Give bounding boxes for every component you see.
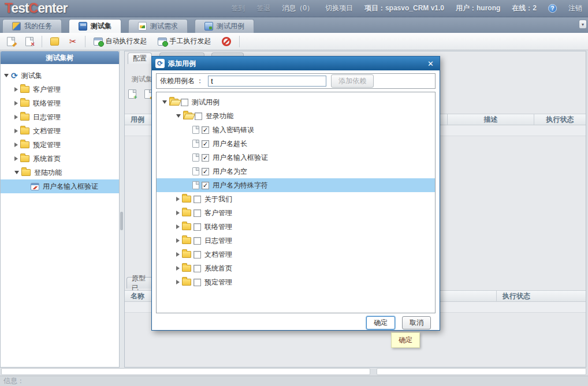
test-case-leaf-icon: [31, 183, 39, 190]
checkbox-unchecked[interactable]: [193, 209, 201, 217]
tree-folder-item[interactable]: 联络管理: [157, 220, 435, 234]
column-header-exec-status[interactable]: 执行状态: [534, 114, 586, 125]
add-icon[interactable]: ＋: [128, 89, 136, 99]
checkbox-unchecked[interactable]: [181, 99, 188, 106]
checkbox-unchecked[interactable]: [193, 196, 201, 203]
help-icon[interactable]: ?: [548, 4, 557, 13]
folder-icon: [182, 279, 191, 286]
horizontal-scrollbar[interactable]: [1, 368, 370, 375]
tree-root-test-cases[interactable]: 测试用例: [157, 95, 435, 109]
tree-folder-item[interactable]: 客户管理: [157, 206, 435, 220]
tree-folder-login[interactable]: 登录功能: [157, 109, 435, 123]
horizontal-scrollbar[interactable]: [377, 368, 586, 375]
expand-arrow-icon[interactable]: [176, 238, 180, 243]
edit-button[interactable]: ▮: [5, 36, 17, 47]
toolbar-separator: [239, 36, 240, 47]
expand-arrow-icon[interactable]: [176, 266, 180, 271]
expand-arrow-icon[interactable]: [176, 211, 180, 215]
dependency-name-input[interactable]: [208, 76, 326, 87]
column-header-description[interactable]: 描述: [447, 114, 534, 125]
checkbox-unchecked[interactable]: [193, 251, 201, 258]
tree-case-item[interactable]: ✓ 用户名输入框验证: [157, 151, 435, 164]
close-icon[interactable]: ✕: [425, 59, 436, 68]
checkbox-checked[interactable]: ✓: [202, 154, 209, 162]
checkbox-checked[interactable]: ✓: [202, 168, 209, 175]
expand-arrow-icon[interactable]: [176, 280, 180, 284]
switch-project-link[interactable]: 切换项目: [325, 3, 353, 13]
tree-item-folder[interactable]: 系统首页: [1, 152, 119, 166]
expand-arrow-icon[interactable]: [176, 252, 180, 257]
column-header-exec-status[interactable]: 执行状态: [496, 291, 586, 301]
tree-folder-item[interactable]: 系统首页: [157, 261, 435, 275]
auto-execute-button[interactable]: 自动执行发起: [91, 35, 150, 47]
expand-arrow-icon[interactable]: [14, 156, 18, 161]
expand-arrow-icon[interactable]: [14, 143, 18, 147]
messages-link[interactable]: 消息（0）: [282, 3, 314, 13]
logout-link[interactable]: 注销: [568, 3, 582, 13]
tree-item-selected-leaf[interactable]: 用户名输入框验证: [1, 179, 119, 193]
tree-item-folder-expanded[interactable]: 登陆功能: [1, 166, 119, 179]
sign-in-link[interactable]: 签到: [231, 3, 245, 13]
collapse-arrow-icon[interactable]: [176, 114, 181, 118]
manual-execute-button[interactable]: 手工执行发起: [155, 35, 214, 47]
tab-overflow-button[interactable]: ▾: [579, 20, 587, 29]
scissors-icon: ✂: [69, 37, 77, 46]
tree-item-folder[interactable]: 客户管理: [1, 83, 119, 96]
stop-button[interactable]: [219, 36, 233, 47]
folder-icon: [21, 169, 31, 176]
tree-case-item-selected[interactable]: ✓ 用户名为特殊字符: [157, 178, 435, 192]
tab-test-requirements[interactable]: 测试需求: [128, 19, 188, 33]
expand-arrow-icon[interactable]: [176, 197, 180, 201]
tab-my-tasks[interactable]: 我的任务: [2, 19, 62, 33]
prototype-tab[interactable]: 原型已: [126, 277, 153, 288]
tree-root-test-set[interactable]: ⟳ 测试集: [1, 69, 119, 83]
tree-item-folder[interactable]: 文档管理: [1, 124, 119, 138]
panel-splitter[interactable]: [120, 51, 124, 368]
expand-arrow-icon[interactable]: [14, 101, 18, 106]
cancel-button[interactable]: 取消: [402, 316, 431, 329]
tree-folder-item[interactable]: 预定管理: [157, 275, 435, 289]
cut-button[interactable]: ✂: [67, 36, 79, 47]
tree-folder-item[interactable]: 关于我们: [157, 192, 435, 206]
user-label: 用户：hurong: [456, 3, 500, 13]
document-icon: [192, 126, 199, 134]
checkbox-checked[interactable]: ✓: [202, 182, 209, 189]
delete-button[interactable]: ✕: [23, 36, 36, 47]
add-dependency-button[interactable]: 添加依赖: [331, 74, 374, 88]
expand-arrow-icon[interactable]: [14, 129, 18, 133]
expand-arrow-icon[interactable]: [14, 115, 18, 119]
tree-item-folder[interactable]: 预定管理: [1, 138, 119, 152]
tree-item-folder[interactable]: 日志管理: [1, 110, 119, 124]
tab-test-set[interactable]: 测试集: [69, 19, 121, 33]
checkbox-unchecked[interactable]: [193, 279, 201, 286]
tab-test-cases[interactable]: 测试用例: [195, 19, 254, 33]
ok-button[interactable]: 确定: [366, 316, 395, 329]
copy-button[interactable]: [48, 36, 61, 47]
collapse-arrow-icon[interactable]: [4, 74, 9, 77]
collapse-arrow-icon[interactable]: [14, 171, 19, 174]
dialog-title: 添加用例: [168, 59, 196, 69]
tree-folder-item[interactable]: 文档管理: [157, 248, 435, 261]
config-tab[interactable]: 配置: [128, 53, 152, 64]
checkbox-unchecked[interactable]: [193, 223, 201, 231]
expand-arrow-icon[interactable]: [14, 87, 18, 92]
dialog-title-bar[interactable]: ⟳ 添加用例 ✕: [152, 57, 440, 70]
tree-case-item[interactable]: ✓ 用户名超长: [157, 137, 435, 151]
checkbox-checked[interactable]: ✓: [202, 126, 209, 134]
toolbar-separator: [42, 36, 42, 47]
sidebar-header: 测试集树: [1, 51, 119, 64]
checkbox-checked[interactable]: ✓: [202, 140, 209, 148]
collapse-arrow-icon[interactable]: [162, 100, 167, 104]
folder-icon: [182, 223, 191, 230]
sign-out-link[interactable]: 签退: [256, 3, 270, 13]
tree-case-item[interactable]: ✓ 用户名为空: [157, 164, 435, 178]
tree-item-folder[interactable]: 联络管理: [1, 96, 119, 110]
tree-case-item[interactable]: ✓ 输入密码错误: [157, 123, 435, 137]
tree-folder-item[interactable]: 日志管理: [157, 234, 435, 248]
checkbox-unchecked[interactable]: [193, 237, 201, 245]
copy-icon: [50, 38, 59, 46]
expand-arrow-icon[interactable]: [176, 224, 180, 229]
checkbox-unchecked[interactable]: [195, 113, 202, 120]
splitter-grip[interactable]: [120, 212, 123, 230]
checkbox-unchecked[interactable]: [193, 265, 201, 272]
